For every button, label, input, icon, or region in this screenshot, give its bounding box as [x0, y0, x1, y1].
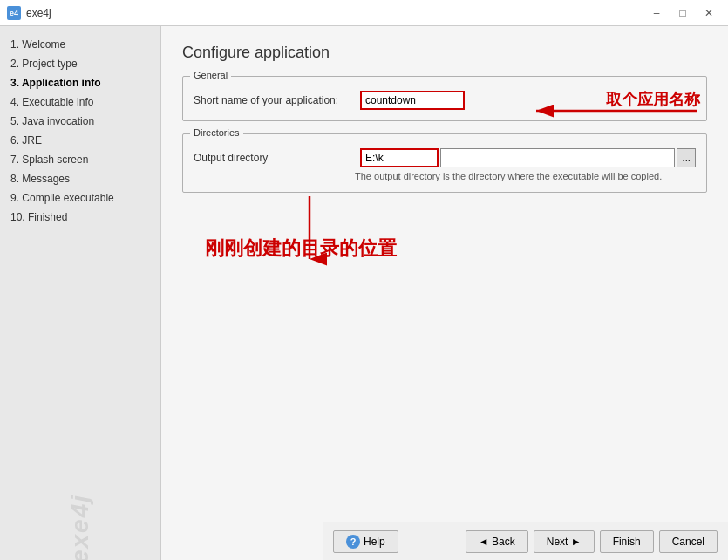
short-name-label: Short name of your application:	[194, 94, 355, 106]
help-button[interactable]: ? Help	[333, 530, 398, 553]
close-button[interactable]: ✕	[697, 3, 721, 23]
minimize-button[interactable]: –	[644, 3, 669, 23]
short-name-row: Short name of your application:	[194, 91, 696, 110]
sidebar-item-messages[interactable]: 8. Messages	[0, 169, 160, 188]
down-arrow-svg	[296, 196, 323, 266]
finish-button[interactable]: Finish	[600, 530, 654, 553]
output-dir-extra-input[interactable]	[440, 148, 675, 167]
sidebar-item-welcome[interactable]: 1. Welcome	[0, 35, 160, 54]
general-group: General Short name of your application:	[182, 76, 707, 121]
output-dir-input[interactable]	[360, 148, 439, 167]
cancel-button[interactable]: Cancel	[659, 530, 718, 553]
output-dir-row: Output directory ...	[194, 148, 696, 167]
general-group-legend: General	[190, 70, 231, 80]
content-area: Configure application General Short name…	[161, 26, 728, 560]
next-button[interactable]: Next ►	[534, 530, 595, 553]
page-title: Configure application	[182, 44, 707, 62]
sidebar-item-java-invocation[interactable]: 5. Java invocation	[0, 112, 160, 131]
directories-group: Directories Output directory ... The out…	[182, 133, 707, 193]
help-icon: ?	[346, 535, 360, 549]
window-title: exe4j	[26, 7, 644, 19]
sidebar: 1. Welcome 2. Project type 3. Applicatio…	[0, 26, 161, 560]
sidebar-item-compile-executable[interactable]: 9. Compile executable	[0, 188, 160, 208]
sidebar-item-executable-info[interactable]: 4. Executable info	[0, 92, 160, 112]
browse-button[interactable]: ...	[677, 148, 696, 167]
bottom-annotation-text: 刚刚创建的目录的位置	[205, 236, 397, 262]
output-dir-label: Output directory	[194, 152, 355, 164]
sidebar-item-application-info[interactable]: 3. Application info	[0, 73, 160, 92]
directories-group-legend: Directories	[190, 127, 243, 138]
main-container: 1. Welcome 2. Project type 3. Applicatio…	[0, 26, 728, 560]
window-controls: – □ ✕	[644, 3, 721, 23]
bottom-bar: ? Help ◄ Back Next ► Finish Cancel	[323, 522, 728, 560]
sidebar-item-finished[interactable]: 10. Finished	[0, 208, 160, 227]
title-bar: e4 exe4j – □ ✕	[0, 0, 728, 26]
watermark: exe4j	[66, 448, 94, 560]
sidebar-item-splash-screen[interactable]: 7. Splash screen	[0, 150, 160, 169]
back-button[interactable]: ◄ Back	[466, 530, 528, 553]
sidebar-item-project-type[interactable]: 2. Project type	[0, 54, 160, 73]
sidebar-item-jre[interactable]: 6. JRE	[0, 131, 160, 150]
app-icon: e4	[7, 6, 21, 20]
output-dir-hint: The output directory is the directory wh…	[355, 171, 696, 181]
maximize-button[interactable]: □	[670, 3, 695, 23]
short-name-input[interactable]	[360, 91, 465, 110]
